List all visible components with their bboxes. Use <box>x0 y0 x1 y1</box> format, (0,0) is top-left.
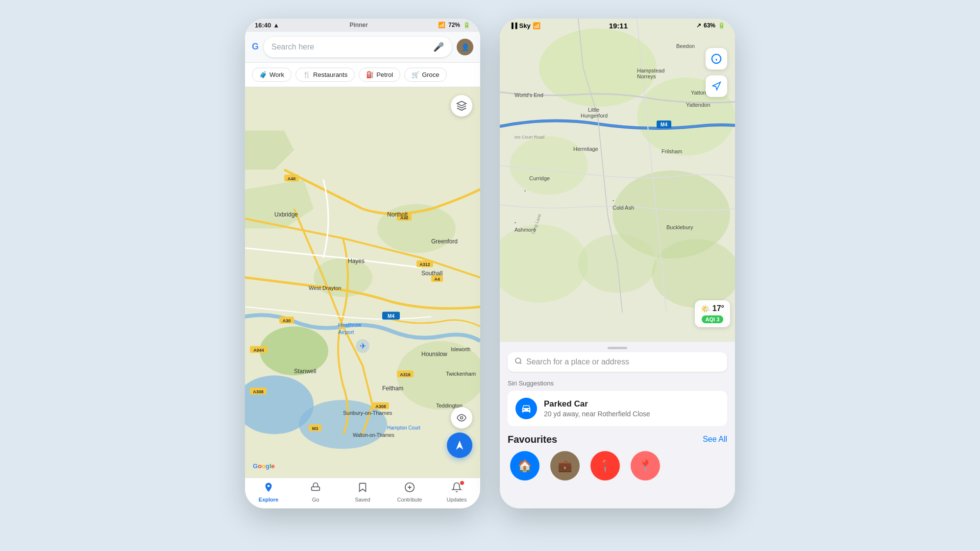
apple-status-bar: ▐▐ Sky 📶 19:11 ↗ 63% 🔋 <box>500 19 735 33</box>
filter-chip-petrol[interactable]: ⛽ Petrol <box>359 68 400 82</box>
fav-place1[interactable]: 📍 <box>588 451 622 480</box>
favourites-header: Favourites See All <box>500 430 735 451</box>
see-all-button[interactable]: See All <box>703 435 727 444</box>
svg-text:✈: ✈ <box>360 341 366 350</box>
contribute-icon <box>404 482 415 495</box>
layers-button[interactable] <box>451 95 472 117</box>
signal-bars: ▐▐ <box>510 23 517 28</box>
nav-go[interactable]: Go <box>301 482 330 503</box>
updates-icon <box>451 482 462 495</box>
go-label: Go <box>312 497 319 503</box>
apple-time: 19:11 <box>609 22 628 30</box>
apple-maps-phone: ▐▐ Sky 📶 19:11 ↗ 63% 🔋 <box>500 19 735 508</box>
google-status-bar: 16:40 ▲ Pinner 📶 72% 🔋 <box>245 19 480 32</box>
google-filter-bar: 🧳 Work 🍴 Restaurants ⛽ Petrol 🛒 Groce <box>245 63 480 87</box>
google-time: 16:40 <box>255 22 271 29</box>
updates-label: Updates <box>447 497 467 503</box>
filter-chip-restaurants[interactable]: 🍴 Restaurants <box>295 68 355 82</box>
navigation-arrow-icon: ↗ <box>696 22 701 29</box>
fav-home[interactable]: 🏠 <box>508 451 542 480</box>
nav-saved[interactable]: Saved <box>348 482 377 503</box>
svg-text:A308: A308 <box>375 404 386 408</box>
svg-text:Yatton: Yatton <box>691 90 706 96</box>
weather-widget: 🌤️ 17° AQI 3 <box>695 300 730 327</box>
svg-text:Northolt: Northolt <box>387 211 408 217</box>
svg-text:Feltham: Feltham <box>382 384 403 391</box>
svg-text:Bucklebury: Bucklebury <box>666 224 693 230</box>
svg-text:A40: A40 <box>288 176 296 181</box>
filter-restaurants-label: Restaurants <box>313 71 347 78</box>
nav-updates[interactable]: Updates <box>442 482 471 503</box>
go-icon <box>310 482 321 495</box>
suggestion-parked-car[interactable]: Parked Car 20 yd away, near Rotherfield … <box>508 391 727 426</box>
apple-map-area[interactable]: M4 Beedon Hampstead Norreys World's End … <box>500 19 735 342</box>
svg-text:M3: M3 <box>312 426 318 431</box>
svg-text:Yattendon: Yattendon <box>686 102 710 108</box>
search-placeholder: Search here <box>271 43 429 51</box>
svg-text:Hungerford: Hungerford <box>581 113 608 119</box>
svg-text:Sunbury-on-Thames: Sunbury-on-Thames <box>343 409 392 415</box>
place2-icon: 📍 <box>631 451 660 480</box>
carrier-name: Sky <box>519 22 531 29</box>
weather-icon: 🌤️ <box>701 304 710 313</box>
nav-explore[interactable]: Explore <box>254 482 283 503</box>
google-watermark: Google <box>253 462 275 470</box>
svg-marker-48 <box>457 101 466 105</box>
filter-chip-work[interactable]: 🧳 Work <box>252 68 292 82</box>
handle-bar <box>608 347 627 349</box>
google-location: Pinner <box>349 22 368 28</box>
nav-contribute[interactable]: Contribute <box>395 482 424 503</box>
filter-petrol-label: Petrol <box>376 71 393 78</box>
svg-text:Hampton Court: Hampton Court <box>387 425 420 430</box>
fav-place2[interactable]: 📍 <box>628 451 662 480</box>
svg-text:M4: M4 <box>661 122 667 127</box>
siri-suggestions-header: Siri Suggestions <box>500 378 735 391</box>
svg-text:Curridge: Curridge <box>529 175 550 181</box>
svg-text:Uxbridge: Uxbridge <box>274 211 298 217</box>
svg-text:Hampstead: Hampstead <box>637 68 664 73</box>
favourites-title: Favourites <box>508 434 557 445</box>
eye-button[interactable] <box>451 407 472 429</box>
work-briefcase-icon: 💼 <box>550 451 580 480</box>
svg-text:Little: Little <box>588 107 599 113</box>
google-bottom-nav: Explore Go Saved <box>245 478 480 508</box>
svg-text:A044: A044 <box>253 347 264 352</box>
svg-text:Twickenham: Twickenham <box>446 370 476 376</box>
saved-icon <box>357 482 368 495</box>
svg-point-52 <box>268 484 270 487</box>
svg-text:World's End: World's End <box>514 92 543 98</box>
svg-text:Hermitage: Hermitage <box>573 146 598 152</box>
svg-text:Airport: Airport <box>338 329 354 335</box>
suggestion-text: Parked Car 20 yd away, near Rotherfield … <box>544 399 650 418</box>
weather-temp-value: 17° <box>712 304 724 313</box>
petrol-icon: ⛽ <box>366 71 374 78</box>
svg-text:Norreys: Norreys <box>637 73 656 79</box>
filter-chip-grocery[interactable]: 🛒 Groce <box>404 68 446 82</box>
wifi-icon: ▲ <box>273 22 279 29</box>
google-map-area[interactable]: M4 A40 A40 A312 A30 A044 A308 A308 A316 <box>245 87 480 478</box>
battery-icon: 🔋 <box>463 22 470 28</box>
svg-text:A308: A308 <box>253 389 264 394</box>
svg-point-49 <box>461 416 463 419</box>
google-maps-phone: 16:40 ▲ Pinner 📶 72% 🔋 G Search here 🎤 👤 <box>245 19 480 508</box>
info-button[interactable] <box>706 48 727 70</box>
svg-text:A316: A316 <box>400 372 411 377</box>
svg-text:A4: A4 <box>434 276 440 281</box>
parked-car-icon <box>515 398 537 419</box>
microphone-icon[interactable]: 🎤 <box>433 42 444 52</box>
avatar[interactable]: 👤 <box>457 39 473 55</box>
aqi-badge: AQI 3 <box>702 315 724 323</box>
suggestion-subtitle: 20 yd away, near Rotherfield Close <box>544 410 650 418</box>
navigate-button[interactable] <box>447 432 472 458</box>
google-logo: G <box>252 42 259 52</box>
google-search-bar[interactable]: G Search here 🎤 👤 <box>245 32 480 63</box>
location-button[interactable] <box>706 75 727 97</box>
svg-marker-89 <box>713 82 721 90</box>
google-search-input[interactable]: Search here 🎤 <box>264 37 452 57</box>
apple-search-bar[interactable]: Search for a place or address <box>508 352 727 372</box>
svg-text:ors Court Road: ors Court Road <box>514 135 544 140</box>
svg-text:Walton-on-Thames: Walton-on-Thames <box>353 432 394 437</box>
fav-work[interactable]: 💼 <box>548 451 582 480</box>
svg-text:Greenford: Greenford <box>431 238 458 244</box>
svg-text:Frilsham: Frilsham <box>662 148 682 154</box>
